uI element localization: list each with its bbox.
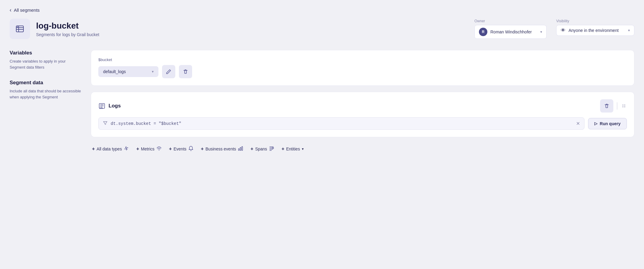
- visibility-dropdown[interactable]: 👁 Anyone in the environment ▾: [556, 25, 634, 36]
- segment-card-actions: [600, 99, 627, 113]
- variable-value: default_logs: [103, 69, 126, 74]
- segment-data-section-title: Segment data: [10, 80, 81, 86]
- log-bucket-icon: [14, 23, 25, 34]
- visibility-chevron-icon: ▾: [628, 28, 630, 32]
- trash-icon-segment: [604, 103, 609, 109]
- owner-name: Roman Windischhofer: [490, 29, 537, 34]
- visibility-value: Anyone in the environment: [569, 28, 625, 33]
- page-subtitle: Segments for logs by Grail bucket: [36, 32, 99, 37]
- svg-point-4: [623, 105, 624, 106]
- entities-chevron-icon: ▾: [302, 147, 304, 151]
- owner-dropdown[interactable]: R Roman Windischhofer ▾: [474, 25, 547, 39]
- grid-dots-icon: [621, 103, 627, 109]
- variables-section-title: Variables: [10, 50, 81, 56]
- variable-select-chevron-icon: ▾: [152, 70, 154, 74]
- add-business-events[interactable]: + Business events: [201, 146, 243, 152]
- funnel-icon: [103, 121, 108, 125]
- back-label: All segments: [14, 8, 40, 13]
- add-entities[interactable]: + Entities ▾: [281, 146, 303, 152]
- content-area: $bucket default_logs ▾: [91, 50, 634, 152]
- delete-segment-button[interactable]: [600, 99, 613, 113]
- plus-icon-business-events: +: [201, 146, 204, 152]
- logs-icon: LOG: [98, 102, 106, 110]
- more-options-button[interactable]: [621, 103, 627, 109]
- main-content: Variables Create variables to apply in y…: [10, 50, 634, 152]
- svg-point-1: [17, 26, 18, 27]
- svg-point-8: [158, 150, 159, 150]
- filter-row: dt.system.bucket = "$bucket" ✕ ▷ Run que…: [98, 117, 627, 130]
- svg-point-7: [624, 107, 625, 107]
- metrics-icon: [156, 146, 162, 152]
- add-metrics[interactable]: + Metrics: [136, 146, 161, 152]
- page-title: log-bucket: [36, 21, 99, 31]
- metrics-label: Metrics: [141, 147, 155, 151]
- delete-variable-button[interactable]: [179, 65, 192, 78]
- add-all-data-types[interactable]: + All data types: [92, 146, 129, 152]
- segment-card-header: LOG Logs: [98, 99, 627, 113]
- filter-icon: [103, 121, 108, 126]
- business-events-icon: [238, 146, 243, 152]
- wifi-icon: [156, 146, 162, 151]
- add-events[interactable]: + Events: [169, 146, 194, 152]
- owner-initial: R: [482, 30, 485, 34]
- bell-icon: [188, 146, 194, 151]
- segment-card-label: Logs: [109, 103, 121, 109]
- svg-rect-9: [238, 149, 239, 150]
- events-label: Events: [173, 147, 186, 151]
- segment-card-title: LOG Logs: [98, 102, 121, 110]
- variables-card: $bucket default_logs ▾: [91, 50, 634, 86]
- play-icon: ▷: [594, 121, 597, 126]
- segment-data-section-info: Segment data Include all data that shoul…: [10, 80, 81, 100]
- plus-icon-all: +: [92, 146, 95, 152]
- variable-select[interactable]: default_logs ▾: [98, 66, 158, 77]
- pencil-icon: [166, 69, 171, 74]
- recycle-icon: [124, 146, 129, 151]
- plus-icon-entities: +: [281, 146, 284, 152]
- variable-row: default_logs ▾: [98, 65, 627, 78]
- svg-rect-12: [272, 147, 274, 149]
- sidebar: Variables Create variables to apply in y…: [10, 50, 91, 152]
- run-query-button[interactable]: ▷ Run query: [588, 118, 627, 129]
- trash-icon: [183, 69, 188, 74]
- all-data-types-icon: [124, 146, 129, 152]
- variables-section-info: Variables Create variables to apply in y…: [10, 50, 81, 70]
- back-nav[interactable]: ‹ All segments: [10, 7, 634, 13]
- svg-text:LOG: LOG: [100, 107, 103, 109]
- plus-icon-events: +: [169, 146, 172, 152]
- business-events-label: Business events: [205, 147, 236, 151]
- svg-point-5: [624, 105, 625, 106]
- filter-input-wrapper[interactable]: dt.system.bucket = "$bucket" ✕: [98, 117, 584, 130]
- spans-label: Spans: [255, 147, 267, 151]
- spans-icon: [269, 146, 274, 152]
- list-tree-icon: [269, 146, 274, 151]
- owner-field-group: Owner R Roman Windischhofer ▾: [474, 19, 547, 39]
- add-spans[interactable]: + Spans: [250, 146, 274, 152]
- header-icon-box: [10, 19, 30, 39]
- variables-section-description: Create variables to apply in your Segmen…: [10, 58, 81, 70]
- svg-rect-10: [240, 147, 241, 150]
- owner-label: Owner: [474, 19, 547, 23]
- header-left: log-bucket Segments for logs by Grail bu…: [10, 19, 99, 39]
- plus-icon-metrics: +: [136, 146, 139, 152]
- owner-chevron-icon: ▾: [540, 30, 542, 34]
- events-icon: [188, 146, 194, 152]
- eye-icon: 👁: [561, 28, 566, 33]
- plus-icon-spans: +: [250, 146, 253, 152]
- variable-name-label: $bucket: [98, 57, 627, 62]
- svg-rect-11: [242, 147, 243, 150]
- owner-avatar: R: [479, 28, 487, 36]
- filter-query-text: dt.system.bucket = "$bucket": [111, 121, 573, 126]
- clear-filter-button[interactable]: ✕: [576, 121, 580, 126]
- entities-label: Entities: [286, 147, 300, 151]
- svg-point-6: [623, 107, 624, 107]
- bar-chart-icon: [238, 146, 243, 151]
- edit-variable-button[interactable]: [162, 65, 175, 78]
- add-types-row: + All data types + Metrics: [91, 146, 634, 152]
- visibility-label: Visibility: [556, 19, 634, 23]
- all-data-types-label: All data types: [97, 147, 122, 151]
- visibility-field-group: Visibility 👁 Anyone in the environment ▾: [556, 19, 634, 36]
- card-actions-divider: [617, 102, 617, 110]
- segment-data-section-description: Include all data that should be accessib…: [10, 88, 81, 100]
- header-right: Owner R Roman Windischhofer ▾ Visibility…: [474, 19, 634, 39]
- back-chevron-icon: ‹: [10, 7, 11, 13]
